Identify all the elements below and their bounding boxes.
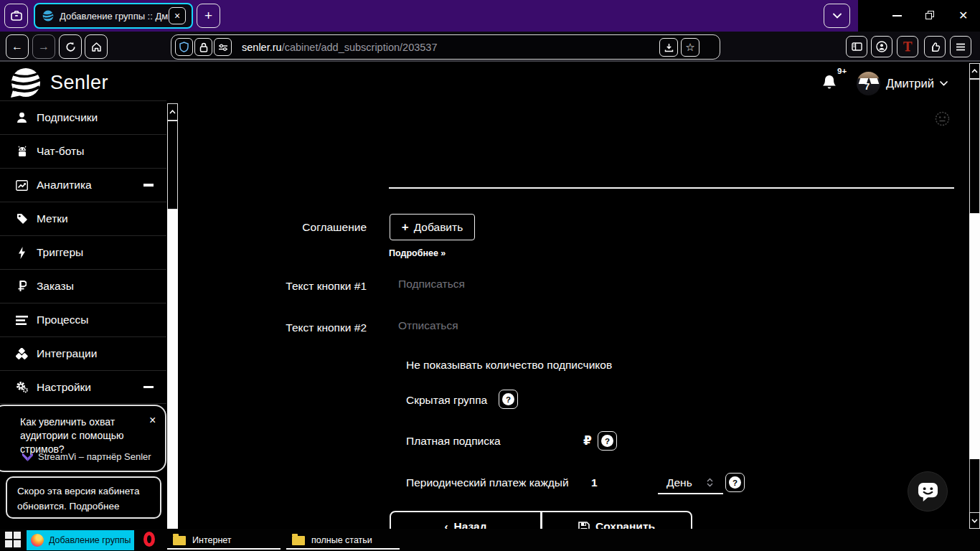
sidebar-item-processes[interactable]: Процессы [0, 303, 166, 336]
new-tab-button[interactable]: + [197, 4, 220, 28]
plus-icon: + [402, 220, 409, 235]
browser-navbar: ← → senler.ru/cabinet/add_subscription/2… [0, 32, 980, 62]
robot-icon [16, 146, 28, 158]
thumbs-up-icon [930, 42, 941, 52]
taskbar: Добавление группы ::... Интернет полные … [0, 529, 980, 551]
url-bar[interactable]: senler.ru/cabinet/add_subscription/20353… [171, 34, 720, 60]
promo-card: Как увеличить охват аудитории с помощью … [0, 405, 166, 472]
update-notice[interactable]: Скоро эта версия кабинета обновится. Под… [6, 476, 161, 519]
period-unit-select[interactable]: День [666, 476, 692, 489]
sidebar-item-label: Заказы [37, 280, 74, 293]
back-button[interactable]: ← [6, 34, 29, 59]
lock-icon[interactable] [194, 38, 212, 56]
avatar[interactable]: 7 [857, 72, 880, 95]
scroll-track-upper[interactable] [167, 121, 178, 209]
sidebar-item-label: Процессы [37, 314, 88, 326]
page-scroll-track-lower[interactable] [969, 459, 980, 512]
gear-icon [16, 381, 28, 393]
periodic-label: Периодический платеж каждый [406, 476, 569, 489]
collapse-minus-icon[interactable] [143, 184, 154, 187]
ruble-icon [16, 281, 28, 293]
page-scroll-up-arrow[interactable] [969, 63, 980, 79]
senler-favicon [42, 10, 54, 22]
taskbar-opera-icon[interactable] [143, 532, 155, 547]
list-icon [16, 314, 28, 326]
sidebar-item-settings[interactable]: Настройки [0, 370, 166, 404]
user-menu[interactable]: Дмитрий [886, 77, 948, 90]
account-button[interactable] [871, 36, 892, 57]
reload-button[interactable] [59, 34, 82, 59]
paid-subscription-label[interactable]: Платная подписка [406, 435, 501, 448]
sidebar-item-triggers[interactable]: Триггеры [0, 235, 166, 269]
folder-icon [292, 536, 305, 545]
extension-button[interactable] [924, 36, 946, 57]
button2-label: Текст кнопки #2 [237, 321, 367, 334]
button2-input[interactable] [397, 319, 612, 333]
browser-tab[interactable]: Добавление группы :: Дмитр × [34, 3, 193, 29]
hidden-group-label[interactable]: Скрытая группа [406, 394, 487, 407]
hidden-group-help-button[interactable]: ? [499, 390, 518, 409]
taskbar-folder-articles[interactable]: полные статьи [286, 530, 400, 550]
taskbar-folder-label: полные статьи [311, 535, 372, 545]
site-header: Senler 9+ 7 Дмитрий [0, 63, 970, 100]
button1-input[interactable] [397, 277, 612, 291]
sidebar-item-integrations[interactable]: Интеграции [0, 336, 166, 370]
scroll-thumb[interactable] [167, 209, 178, 529]
home-button[interactable] [85, 34, 108, 59]
periodic-help-button[interactable]: ? [725, 473, 745, 492]
notice-line1: Скоро эта версия кабинета [17, 484, 160, 499]
avatar-collar2 [870, 78, 880, 84]
sidebar-item-chatbots[interactable]: Чат-боты [0, 134, 166, 168]
taskbar-window-title: Добавление группы ::... [49, 535, 131, 545]
sidebar-item-subscribers[interactable]: Подписчики [0, 100, 166, 134]
agreement-label: Соглашение [237, 221, 367, 234]
promo-partner-text: StreamVi – партнёр Senler [38, 451, 151, 462]
sidebar-item-tags[interactable]: Метки [0, 202, 166, 235]
page-scroll-thumb[interactable] [969, 214, 980, 459]
textarea-bottom-border [389, 187, 954, 189]
bell-icon[interactable] [822, 74, 837, 90]
paid-help-button[interactable]: ? [598, 431, 617, 451]
download-icon [664, 43, 674, 52]
restore-icon[interactable] [925, 11, 935, 20]
downloads-button[interactable] [659, 38, 678, 57]
bookmark-star-icon[interactable]: ☆ [681, 38, 699, 57]
taskbar-folder-internet[interactable]: Интернет [167, 530, 281, 550]
taskbar-firefox-window[interactable]: Добавление группы ::... [27, 530, 134, 550]
collapse-minus-icon[interactable] [143, 386, 154, 389]
translate-extension-button[interactable]: T [897, 36, 918, 57]
url-path: /cabinet/add_subscription/203537 [282, 42, 438, 53]
promo-close-icon[interactable]: × [149, 414, 156, 427]
permissions-icon[interactable] [214, 38, 232, 56]
sidebar-item-analytics[interactable]: Аналитика [0, 168, 166, 202]
sidebar-toggle-button[interactable] [846, 36, 867, 57]
forward-button[interactable]: → [32, 34, 55, 59]
promo-text: Как увеличить охват аудитории с помощью … [20, 415, 142, 456]
menu-button[interactable] [950, 36, 971, 57]
sidebar-item-label: Чат-боты [37, 145, 84, 158]
start-button[interactable] [5, 532, 22, 548]
more-link[interactable]: Подробнее » [389, 248, 446, 258]
url-text[interactable]: senler.ru/cabinet/add_subscription/20353… [242, 42, 437, 53]
promo-partner-link[interactable]: StreamVi – партнёр Senler [22, 451, 151, 462]
sidebar-item-orders[interactable]: Заказы [0, 269, 166, 303]
hide-count-checkbox-label[interactable]: Не показывать количество подписчиков [406, 359, 612, 372]
reload-icon [65, 42, 76, 52]
tab-close-button[interactable]: × [169, 7, 186, 24]
firefox-view-button[interactable] [4, 4, 28, 28]
close-window-icon[interactable]: ✕ [958, 9, 968, 22]
tab-list-button[interactable] [824, 4, 850, 28]
chat-widget-button[interactable] [908, 471, 948, 512]
shield-icon[interactable] [175, 38, 193, 56]
add-agreement-button[interactable]: + Добавить [390, 214, 475, 240]
scroll-up-arrow[interactable] [167, 103, 178, 121]
page-scroll-down-arrow[interactable] [969, 512, 980, 529]
avatar-glyph: 7 [864, 81, 870, 92]
page-scroll-track-upper[interactable] [969, 79, 980, 214]
home-icon [91, 42, 102, 52]
sidebar-icon [852, 42, 862, 51]
chevron-down-icon [833, 13, 842, 19]
minimize-icon[interactable] [892, 15, 902, 17]
select-arrows-icon[interactable] [707, 478, 713, 487]
periodic-value[interactable]: 1 [591, 476, 598, 489]
